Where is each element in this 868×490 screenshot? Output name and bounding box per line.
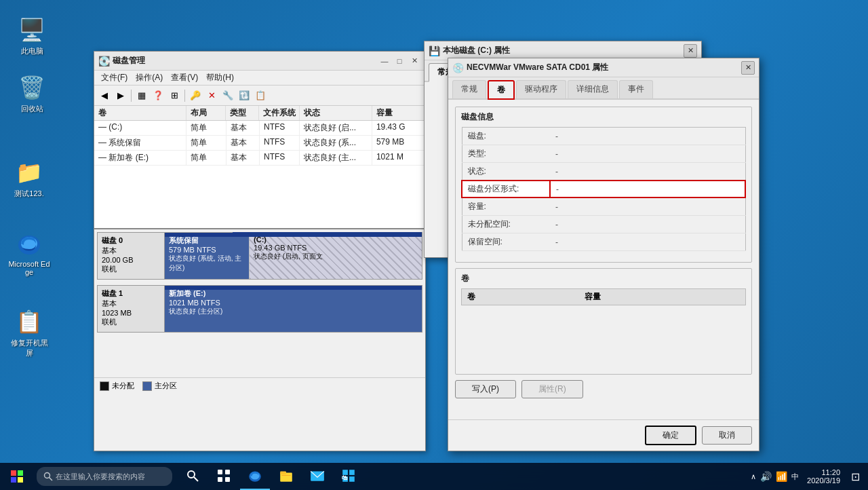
taskbar-mail-btn[interactable] — [302, 463, 332, 490]
menu-view[interactable]: 查看(V) — [167, 71, 202, 84]
info-row-status: 状态: - — [462, 163, 745, 181]
svg-text:🛍: 🛍 — [342, 474, 348, 481]
table-body: — (C:) 简单 基本 NTFS 状态良好 (启... 19.43 G — 系… — [94, 121, 425, 228]
disk1-partition-e[interactable]: 新加卷 (E:) 1021 MB NTFS 状态良好 (主分区) — [165, 286, 422, 332]
toolbar-btn5[interactable]: 🔧 — [220, 88, 235, 103]
tab-details-nec[interactable]: 详细信息 — [568, 80, 618, 98]
recycle-bin-label: 回收站 — [21, 104, 43, 114]
part-c-status: 状态良好 (启动, 页面文 — [254, 252, 418, 261]
taskbar-tray: ∧ 🔊 📶 中 11:20 2020/3/19 ⊡ — [745, 463, 868, 490]
tray-clock[interactable]: 11:20 2020/3/19 — [802, 468, 846, 485]
desktop-icon-edge[interactable]: Microsoft Edge — [5, 227, 53, 279]
desktop-icon-this-pc[interactable]: 🖥️ 此电脑 — [8, 14, 56, 59]
table-row[interactable]: — (C:) 简单 基本 NTFS 状态良好 (启... 19.43 G — [94, 121, 425, 136]
menu-action[interactable]: 操作(A) — [132, 71, 167, 84]
legend-primary-box — [142, 381, 152, 391]
tab-driver-nec[interactable]: 驱动程序 — [516, 80, 566, 98]
start-button[interactable] — [0, 463, 34, 490]
table-row[interactable]: — 新加卷 (E:) 简单 基本 NTFS 状态良好 (主... 1021 M — [94, 151, 425, 166]
toolbar-btn7[interactable]: 📋 — [253, 88, 268, 103]
btn-ok[interactable]: 确定 — [645, 426, 696, 445]
disk-mgmt-titlebar: 💽 磁盘管理 — □ ✕ — [94, 52, 425, 71]
svg-rect-4 — [11, 477, 16, 483]
vol-btn-row: 写入(P) 属性(R) — [455, 380, 752, 398]
td-cap-0: 19.43 G — [372, 121, 425, 135]
disk0-label: 磁盘 0 基本 20.00 GB 联机 — [97, 232, 165, 280]
menu-file[interactable]: 文件(F) — [97, 71, 132, 84]
disk0-type: 基本 — [102, 246, 160, 256]
disk-mgmt-minimize-btn[interactable]: — — [378, 54, 391, 68]
dialog-nec-tabs: 常规 卷 驱动程序 详细信息 事件 — [448, 77, 759, 100]
task-search-icon — [186, 469, 199, 483]
th-layout[interactable]: 布局 — [186, 106, 226, 120]
toolbar-btn4[interactable]: ⊞ — [167, 88, 182, 103]
table-header: 卷 布局 类型 文件系统 状态 容量 — [94, 106, 425, 121]
part-sys-size: 579 MB NTFS — [169, 246, 245, 254]
toolbar-btn2[interactable]: ▦ — [134, 88, 149, 103]
disk-management-window: 💽 磁盘管理 — □ ✕ 文件(F) 操作(A) 查看(V) 帮助(H) ◀ ▶… — [94, 51, 426, 451]
td-layout-2: 简单 — [186, 151, 226, 165]
edge-icon — [16, 230, 43, 257]
toolbar-back-btn[interactable]: ◀ — [97, 88, 112, 103]
taskbar-search[interactable]: 在这里输入你要搜索的内容 — [37, 467, 172, 486]
menu-help[interactable]: 帮助(H) — [202, 71, 238, 84]
td-status-1: 状态良好 (系... — [300, 136, 372, 150]
search-placeholder: 在这里输入你要搜索的内容 — [56, 472, 145, 482]
test-folder-icon: 📁 — [16, 159, 43, 186]
td-type-1: 基本 — [226, 136, 260, 150]
tab-events-nec[interactable]: 事件 — [619, 80, 653, 98]
th-type[interactable]: 类型 — [226, 106, 259, 120]
taskbar-edge-btn[interactable] — [240, 463, 270, 490]
desktop-icon-test[interactable]: 📁 测试123. — [5, 156, 53, 202]
disk-mgmt-maximize-btn[interactable]: □ — [393, 54, 406, 68]
disk-table-area: 卷 布局 类型 文件系统 状态 容量 — (C:) 简单 基本 NTFS 状态良… — [94, 106, 425, 228]
info-val-reserved: - — [550, 233, 745, 251]
svg-rect-10 — [218, 470, 222, 474]
tab-general-nec[interactable]: 常规 — [452, 80, 486, 98]
tab-vol-nec[interactable]: 卷 — [488, 80, 515, 100]
toolbar-forward-btn[interactable]: ▶ — [113, 88, 128, 103]
toolbar-btn-x[interactable]: ✕ — [204, 88, 219, 103]
disk0-partition-sys[interactable]: 系统保留 579 MB NTFS 状态良好 (系统, 活动, 主分区) — [165, 233, 250, 279]
tray-show-desktop[interactable]: ⊡ — [848, 470, 863, 483]
toolbar-btn-key[interactable]: 🔑 — [188, 88, 203, 103]
tray-volume-icon[interactable]: 📶 — [776, 471, 787, 482]
dialog-nec-close-btn[interactable]: ✕ — [741, 61, 755, 75]
vol-th-cap: 容量 — [579, 289, 746, 305]
toolbar-btn3[interactable]: ❓ — [151, 88, 165, 103]
info-val-type: - — [550, 145, 745, 163]
toolbar-btn6[interactable]: 🔃 — [237, 88, 252, 103]
tray-lang-icon[interactable]: 中 — [791, 472, 799, 482]
th-cap[interactable]: 容量 — [372, 106, 425, 120]
disk1-status: 联机 — [102, 317, 160, 327]
repair-label: 修复开机黑屏 — [8, 338, 50, 358]
disk-mgmt-toolbar: ◀ ▶ ▦ ❓ ⊞ 🔑 ✕ 🔧 🔃 📋 — [94, 86, 425, 106]
taskbar-store-btn[interactable]: 🛍 — [334, 463, 363, 490]
th-vol[interactable]: 卷 — [94, 106, 186, 120]
tray-network-icon[interactable]: 🔊 — [760, 471, 772, 482]
desktop-icon-recycle-bin[interactable]: 🗑️ 回收站 — [8, 71, 56, 117]
btn-properties[interactable]: 属性(R) — [521, 380, 583, 398]
th-status[interactable]: 状态 — [300, 106, 372, 120]
svg-line-7 — [50, 478, 53, 481]
td-layout-0: 简单 — [186, 121, 226, 135]
td-fs-2: NTFS — [260, 151, 300, 165]
desktop-icon-repair[interactable]: 📋 修复开机黑屏 — [5, 305, 53, 361]
btn-cancel[interactable]: 取消 — [702, 426, 752, 445]
tray-arrow[interactable]: ∧ — [751, 472, 756, 481]
taskbar-explorer-btn[interactable] — [271, 463, 301, 490]
th-fs[interactable]: 文件系统 — [259, 106, 300, 120]
table-row[interactable]: — 系统保留 简单 基本 NTFS 状态良好 (系... 579 MB — [94, 136, 425, 151]
taskbar-search-app[interactable] — [178, 463, 208, 490]
btn-write[interactable]: 写入(P) — [455, 380, 516, 398]
svg-rect-13 — [225, 477, 230, 482]
svg-point-6 — [45, 473, 50, 478]
disk-mgmt-close-btn[interactable]: ✕ — [408, 54, 421, 68]
disk0-partition-c[interactable]: (C:) 19.43 GB NTFS 状态良好 (启动, 页面文 — [250, 233, 422, 279]
svg-rect-11 — [225, 470, 230, 474]
part-e-size: 1021 MB NTFS — [169, 299, 418, 307]
taskbar-view-btn[interactable] — [209, 463, 239, 490]
dialog-c-close-btn[interactable]: ✕ — [684, 44, 697, 58]
svg-line-9 — [194, 477, 198, 481]
search-icon — [43, 472, 53, 481]
